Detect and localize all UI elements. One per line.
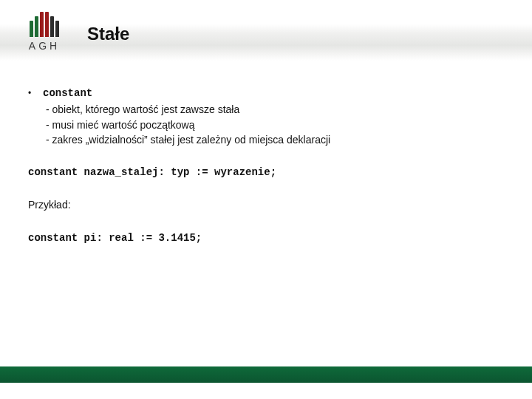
logo-text: AGH	[19, 40, 69, 52]
example-code: constant pi: real := 3.1415;	[28, 231, 501, 245]
bullet-dot-icon: •	[28, 86, 43, 100]
slide: AGH Stałe • constant - obiekt, którego w…	[0, 0, 532, 399]
logo-bars-icon	[19, 10, 69, 37]
logo-bar	[40, 12, 44, 37]
slide-title: Stałe	[87, 24, 129, 44]
logo-bar	[50, 16, 54, 37]
sub-item: - musi mieć wartość początkową	[46, 117, 501, 132]
header-band	[0, 0, 532, 61]
bullet-sublist: - obiekt, którego wartość jest zawsze st…	[46, 102, 501, 147]
agh-logo: AGH	[19, 10, 69, 52]
example-label: Przykład:	[28, 197, 501, 212]
sub-item: - zakres „widzialności” stałej jest zale…	[46, 132, 501, 147]
bullet-item: • constant	[28, 86, 501, 100]
syntax-line: constant nazwa_stalej: typ := wyrazenie;	[28, 165, 501, 180]
logo-bar	[55, 21, 59, 37]
sub-item: - obiekt, którego wartość jest zawsze st…	[46, 102, 501, 117]
logo-bar	[30, 21, 33, 37]
slide-content: • constant - obiekt, którego wartość jes…	[28, 86, 501, 245]
bullet-head: constant	[43, 86, 92, 100]
footer-bar	[0, 366, 532, 383]
logo-bar	[45, 12, 49, 37]
logo-bar	[35, 16, 38, 37]
